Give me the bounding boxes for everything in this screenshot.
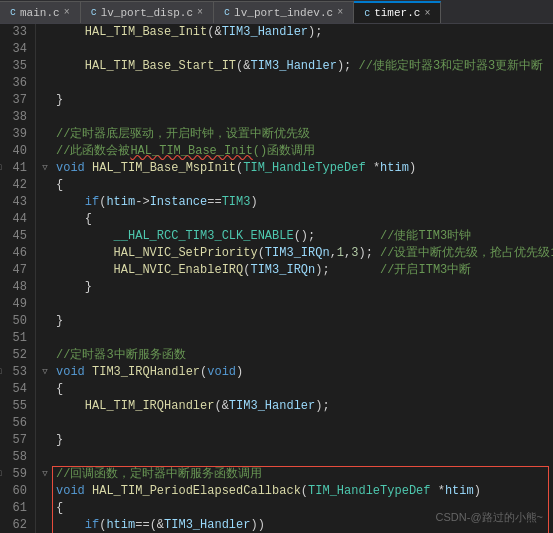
ln-54: 54 [8, 381, 27, 398]
ln-47: 47 [8, 262, 27, 279]
code-line-46: HAL_NVIC_SetPriority(TIM3_IRQn,1,3); //设… [56, 245, 553, 262]
close-icon-main[interactable]: × [64, 7, 70, 18]
code-area: 33 34 35 36 37 38 39 40 41 42 43 44 45 4… [0, 24, 553, 533]
code-line-52: //定时器3中断服务函数 [56, 347, 553, 364]
ln-35: 35 [8, 58, 27, 75]
code-line-43: if(htim->Instance==TIM3) [56, 194, 553, 211]
tab-label-timer: timer.c [374, 7, 420, 19]
tab-timer-c[interactable]: c timer.c × [354, 1, 441, 23]
ln-46: 46 [8, 245, 27, 262]
line-numbers: 33 34 35 36 37 38 39 40 41 42 43 44 45 4… [0, 24, 36, 533]
code-line-34 [56, 41, 553, 58]
code-line-37: } [56, 92, 553, 109]
code-line-35: HAL_TIM_Base_Start_IT(&TIM3_Handler); //… [56, 58, 553, 75]
ln-41: 41 [8, 160, 27, 177]
tab-lv-port-disp[interactable]: c lv_port_disp.c × [81, 1, 214, 23]
ln-40: 40 [8, 143, 27, 160]
ln-62: 62 [8, 517, 27, 533]
code-line-33: HAL_TIM_Base_Init(&TIM3_Handler); [56, 24, 553, 41]
ln-36: 36 [8, 75, 27, 92]
close-icon-timer[interactable]: × [424, 8, 430, 19]
tab-bar: c main.c × c lv_port_disp.c × c lv_port_… [0, 0, 553, 24]
ln-61: 61 [8, 500, 27, 517]
code-line-47: HAL_NVIC_EnableIRQ(TIM3_IRQn); //开启ITM3中… [56, 262, 553, 279]
ln-33: 33 [8, 24, 27, 41]
tab-label-indev: lv_port_indev.c [234, 7, 333, 19]
code-line-40: //此函数会被HAL_TIM_Base_Init()函数调用 [56, 143, 553, 160]
code-line-36 [56, 75, 553, 92]
ln-59: 59 [8, 466, 27, 483]
code-line-60: void HAL_TIM_PeriodElapsedCallback(TIM_H… [56, 483, 553, 500]
ln-52: 52 [8, 347, 27, 364]
code-line-45: __HAL_RCC_TIM3_CLK_ENABLE(); //使能TIM3时钟 [56, 228, 553, 245]
ln-53: 53 [8, 364, 27, 381]
code-line-54: { [56, 381, 553, 398]
code-line-59: //回调函数，定时器中断服务函数调用 [56, 466, 553, 483]
ln-37: 37 [8, 92, 27, 109]
code-line-51 [56, 330, 553, 347]
tab-icon-disp: c [91, 7, 97, 18]
code-line-48: } [56, 279, 553, 296]
ln-48: 48 [8, 279, 27, 296]
tab-main-c[interactable]: c main.c × [0, 1, 81, 23]
code-content: HAL_TIM_Base_Init(&TIM3_Handler); HAL_TI… [52, 24, 553, 533]
tab-icon-main: c [10, 7, 16, 18]
tab-icon-indev: c [224, 7, 230, 18]
ln-45: 45 [8, 228, 27, 245]
ln-34: 34 [8, 41, 27, 58]
ln-55: 55 [8, 398, 27, 415]
code-line-41: void HAL_TIM_Base_MspInit(TIM_HandleType… [56, 160, 553, 177]
ln-60: 60 [8, 483, 27, 500]
code-line-49 [56, 296, 553, 313]
code-line-53: void TIM3_IRQHandler(void) [56, 364, 553, 381]
code-line-42: { [56, 177, 553, 194]
code-line-56 [56, 415, 553, 432]
editor-container: c main.c × c lv_port_disp.c × c lv_port_… [0, 0, 553, 533]
code-line-38 [56, 109, 553, 126]
code-line-39: //定时器底层驱动，开启时钟，设置中断优先级 [56, 126, 553, 143]
collapse-arrows: ▽ ▽ ▽ [38, 24, 52, 533]
close-icon-disp[interactable]: × [197, 7, 203, 18]
ln-58: 58 [8, 449, 27, 466]
tab-lv-port-indev[interactable]: c lv_port_indev.c × [214, 1, 354, 23]
tab-label-main: main.c [20, 7, 60, 19]
ln-44: 44 [8, 211, 27, 228]
code-line-58 [56, 449, 553, 466]
ln-51: 51 [8, 330, 27, 347]
ln-42: 42 [8, 177, 27, 194]
ln-50: 50 [8, 313, 27, 330]
ln-39: 39 [8, 126, 27, 143]
code-line-57: } [56, 432, 553, 449]
ln-56: 56 [8, 415, 27, 432]
code-line-55: HAL_TIM_IRQHandler(&TIM3_Handler); [56, 398, 553, 415]
tab-label-disp: lv_port_disp.c [101, 7, 193, 19]
ln-49: 49 [8, 296, 27, 313]
ln-38: 38 [8, 109, 27, 126]
code-line-44: { [56, 211, 553, 228]
tab-icon-timer: c [364, 8, 370, 19]
ln-57: 57 [8, 432, 27, 449]
ln-43: 43 [8, 194, 27, 211]
code-line-50: } [56, 313, 553, 330]
watermark: CSDN-@路过的小熊~ [436, 510, 543, 525]
close-icon-indev[interactable]: × [337, 7, 343, 18]
